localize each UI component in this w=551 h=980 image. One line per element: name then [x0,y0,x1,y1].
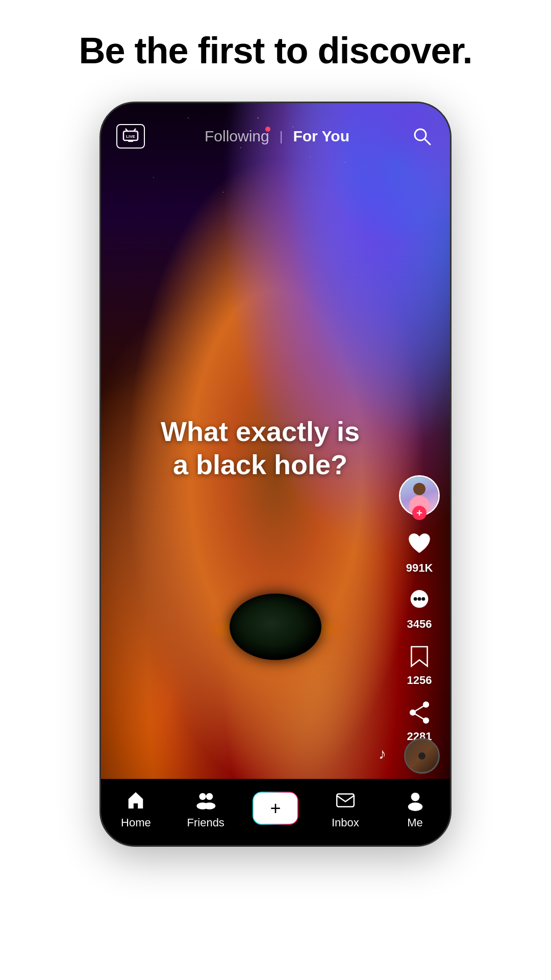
live-tv-icon: LIVE [121,127,140,145]
notification-dot [265,127,270,132]
friends-label: Friends [187,816,224,829]
nav-friends[interactable]: Friends [171,788,241,829]
disc-circle [404,738,440,774]
nav-me[interactable]: Me [380,788,450,829]
svg-point-22 [411,793,419,801]
profile-icon [405,790,426,811]
nav-home[interactable]: Home [101,788,171,829]
disc-inner [406,740,438,772]
phone-mockup: LIVE Following | For You What exactly is… [99,102,452,847]
follow-plus-badge: + [412,506,427,520]
svg-line-6 [425,139,430,144]
friends-icon-wrap [193,788,218,813]
like-count: 991K [406,561,433,575]
svg-point-9 [418,597,421,601]
svg-point-8 [414,597,417,601]
comment-action[interactable]: 3456 [404,585,435,631]
svg-point-10 [421,597,425,601]
top-nav: LIVE Following | For You [101,103,450,154]
live-button[interactable]: LIVE [116,124,145,149]
plus-icon: + [270,799,281,818]
music-note-icon: ♪ [379,743,399,763]
svg-point-5 [415,129,426,140]
like-action[interactable]: 991K [404,529,435,575]
inbox-icon-wrap [333,788,358,813]
svg-point-17 [199,793,206,799]
bookmark-icon [406,643,433,670]
bottom-nav: Home Friends + [101,779,450,845]
video-title: What exactly is a black hole? [121,415,399,481]
home-label: Home [121,816,151,829]
avatar-container[interactable]: + [399,475,440,516]
create-button[interactable]: + [253,792,298,825]
tab-for-you[interactable]: For You [293,128,349,145]
share-icon [406,699,433,726]
comment-icon [406,587,433,614]
me-icon-wrap [403,788,428,813]
home-icon [125,790,146,811]
svg-point-23 [408,802,422,811]
share-action[interactable]: 2281 [404,697,435,743]
comment-count: 3456 [407,618,432,631]
share-icon-wrap [404,697,435,728]
following-wrap: Following [205,128,269,145]
music-notes: ♪ [379,743,399,766]
bookmark-action[interactable]: 1256 [404,641,435,687]
nav-create[interactable]: + [241,792,311,825]
nav-inbox[interactable]: Inbox [310,788,380,829]
like-icon-wrap [404,529,435,559]
svg-point-18 [206,793,213,799]
inbox-icon [335,790,356,811]
svg-line-14 [413,705,426,713]
page-headline: Be the first to discover. [58,31,492,71]
svg-text:♪: ♪ [379,745,386,762]
search-button[interactable] [409,124,435,149]
heart-icon [406,531,433,557]
inbox-label: Inbox [332,816,359,829]
friends-icon [195,790,216,811]
music-disc[interactable] [404,738,440,774]
svg-line-15 [413,713,426,721]
black-hole [219,604,332,660]
person-head [413,483,425,495]
search-icon [411,125,433,148]
home-icon-wrap [123,788,148,813]
nav-divider: | [280,129,283,144]
nav-tabs: Following | For You [205,128,349,145]
bookmark-count: 1256 [407,674,432,687]
bookmark-icon-wrap [404,641,435,672]
svg-rect-3 [128,140,133,142]
video-text-overlay: What exactly is a black hole? [101,415,450,481]
svg-rect-21 [337,794,354,806]
black-hole-sphere [230,594,321,660]
tab-following[interactable]: Following [205,128,269,144]
svg-text:LIVE: LIVE [126,134,135,139]
me-label: Me [407,816,423,829]
svg-point-20 [204,802,216,809]
right-actions: + 991K 3456 [399,475,440,743]
comment-icon-wrap [404,585,435,616]
